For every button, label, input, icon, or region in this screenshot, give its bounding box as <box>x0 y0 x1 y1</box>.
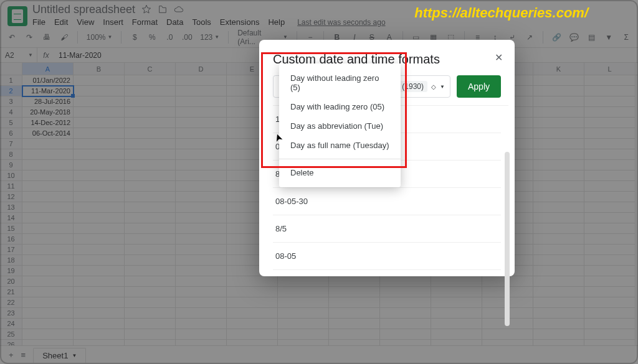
cell[interactable] <box>176 308 227 319</box>
cell[interactable] <box>125 86 176 96</box>
cell[interactable]: 28-Jul-2016 <box>22 96 74 107</box>
cell[interactable] <box>533 139 584 149</box>
dropdown-item[interactable]: Day with leading zero (05) <box>279 97 401 116</box>
chevron-down-icon[interactable]: ▼ <box>440 84 445 90</box>
cell[interactable]: 20-May-2018 <box>22 107 74 118</box>
increase-decimal-button[interactable]: .00 <box>180 30 194 44</box>
cell[interactable] <box>533 255 584 266</box>
col-header-L[interactable]: L <box>584 63 636 75</box>
cell[interactable] <box>227 276 278 287</box>
name-box[interactable]: A2▼ <box>0 48 37 62</box>
col-header-B[interactable]: B <box>74 63 125 75</box>
cell[interactable] <box>125 287 176 297</box>
all-sheets-button[interactable]: ≡ <box>21 350 26 360</box>
cell[interactable] <box>227 308 278 319</box>
row-header[interactable]: 4 <box>0 107 22 118</box>
cell[interactable] <box>533 160 584 170</box>
cell[interactable] <box>584 149 636 160</box>
cell[interactable] <box>380 297 431 308</box>
cell[interactable] <box>22 287 74 297</box>
menu-file[interactable]: File <box>32 17 45 27</box>
cell[interactable]: 01/Jan/2022 <box>22 75 74 86</box>
cell[interactable] <box>533 329 584 340</box>
row-header[interactable]: 22 <box>0 297 22 308</box>
cell[interactable] <box>74 213 125 223</box>
cell[interactable] <box>125 181 176 192</box>
cell[interactable] <box>584 107 636 118</box>
row-header[interactable]: 5 <box>0 118 22 128</box>
cell[interactable] <box>74 149 125 160</box>
add-sheet-button[interactable]: + <box>9 350 14 360</box>
menu-extensions[interactable]: Extensions <box>220 17 260 27</box>
sheets-logo[interactable] <box>7 6 27 26</box>
menu-insert[interactable]: Insert <box>103 17 123 27</box>
cell[interactable] <box>22 319 74 329</box>
cell[interactable] <box>431 276 482 287</box>
cell[interactable] <box>584 75 636 86</box>
cell[interactable] <box>584 266 636 276</box>
cell[interactable] <box>431 308 482 319</box>
cell[interactable] <box>584 234 636 245</box>
menu-data[interactable]: Data <box>166 17 183 27</box>
cell[interactable] <box>125 266 176 276</box>
cell[interactable] <box>74 308 125 319</box>
cell[interactable] <box>125 329 176 340</box>
cell[interactable] <box>125 308 176 319</box>
cell[interactable] <box>176 181 227 192</box>
cell[interactable] <box>329 329 380 340</box>
cell[interactable] <box>74 107 125 118</box>
cell[interactable] <box>22 170 74 181</box>
scrollbar[interactable] <box>505 152 510 326</box>
cell[interactable] <box>176 170 227 181</box>
col-header-K[interactable]: K <box>533 63 584 75</box>
cell[interactable] <box>74 223 125 234</box>
cell[interactable] <box>533 118 584 128</box>
cell[interactable] <box>227 329 278 340</box>
cell[interactable] <box>22 234 74 245</box>
row-header[interactable]: 18 <box>0 255 22 266</box>
cell[interactable] <box>176 202 227 213</box>
row-header[interactable]: 6 <box>0 128 22 139</box>
cell[interactable] <box>431 287 482 297</box>
dropdown-delete[interactable]: Delete <box>279 163 401 182</box>
cell[interactable] <box>22 202 74 213</box>
cell[interactable] <box>22 308 74 319</box>
cell[interactable] <box>176 139 227 149</box>
cell[interactable] <box>74 160 125 170</box>
cell[interactable]: 11-Mar-2020 <box>22 86 74 96</box>
cell[interactable] <box>125 234 176 245</box>
print-button[interactable]: 🖶 <box>40 30 54 44</box>
cell[interactable] <box>74 86 125 96</box>
col-header-C[interactable]: C <box>125 63 176 75</box>
row-header[interactable]: 10 <box>0 170 22 181</box>
cell[interactable] <box>329 319 380 329</box>
cell[interactable] <box>227 319 278 329</box>
cell[interactable] <box>22 223 74 234</box>
col-header-A[interactable]: A <box>22 63 74 75</box>
cell[interactable] <box>176 118 227 128</box>
menu-help[interactable]: Help <box>268 17 285 27</box>
cell[interactable] <box>584 86 636 96</box>
cell[interactable] <box>125 192 176 202</box>
row-header[interactable]: 20 <box>0 276 22 287</box>
cell[interactable] <box>74 276 125 287</box>
cell[interactable] <box>125 96 176 107</box>
row-header[interactable]: 2 <box>0 86 22 96</box>
token-dropdown-icon[interactable]: ◇ <box>431 83 436 90</box>
cell[interactable] <box>74 245 125 255</box>
cell[interactable] <box>176 255 227 266</box>
cell[interactable] <box>431 297 482 308</box>
cell[interactable] <box>533 86 584 96</box>
row-header[interactable]: 12 <box>0 192 22 202</box>
row-header[interactable]: 16 <box>0 234 22 245</box>
dropdown-item[interactable]: Day as abbreviation (Tue) <box>279 116 401 136</box>
cell[interactable] <box>125 319 176 329</box>
cell[interactable] <box>584 96 636 107</box>
cell[interactable] <box>278 297 329 308</box>
cell[interactable] <box>22 213 74 223</box>
menu-format[interactable]: Format <box>132 17 158 27</box>
decrease-decimal-button[interactable]: .0 <box>163 30 176 44</box>
cell[interactable] <box>533 266 584 276</box>
col-header-D[interactable]: D <box>176 63 227 75</box>
cell[interactable] <box>176 107 227 118</box>
